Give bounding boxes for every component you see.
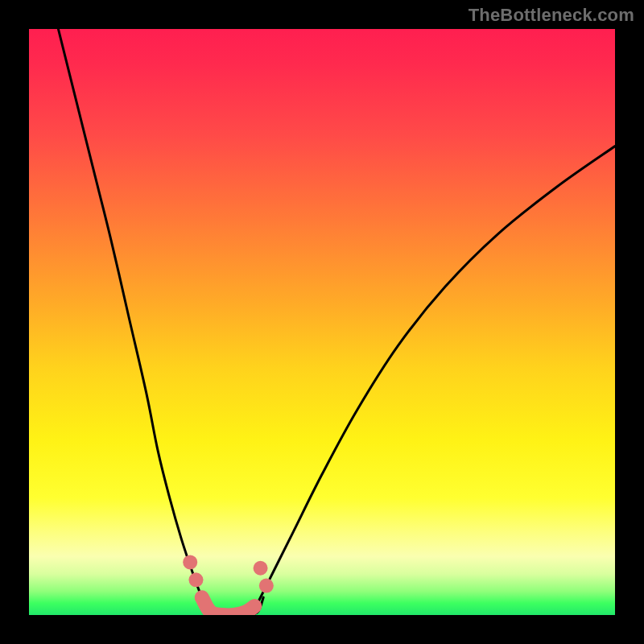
chart-frame: TheBottleneck.com xyxy=(0,0,644,644)
bottleneck-curve-left xyxy=(58,29,210,615)
floor-marker-dot xyxy=(254,561,268,576)
watermark-text: TheBottleneck.com xyxy=(469,5,634,26)
plot-area xyxy=(29,29,615,615)
bottleneck-floor-markers xyxy=(183,555,274,592)
curve-layer xyxy=(29,29,615,615)
floor-marker-dot xyxy=(188,572,203,587)
bottleneck-curve-right xyxy=(252,147,615,615)
floor-marker-dot xyxy=(259,579,274,593)
floor-marker-dot xyxy=(183,555,197,569)
bottleneck-floor-marker-segment xyxy=(202,597,255,615)
